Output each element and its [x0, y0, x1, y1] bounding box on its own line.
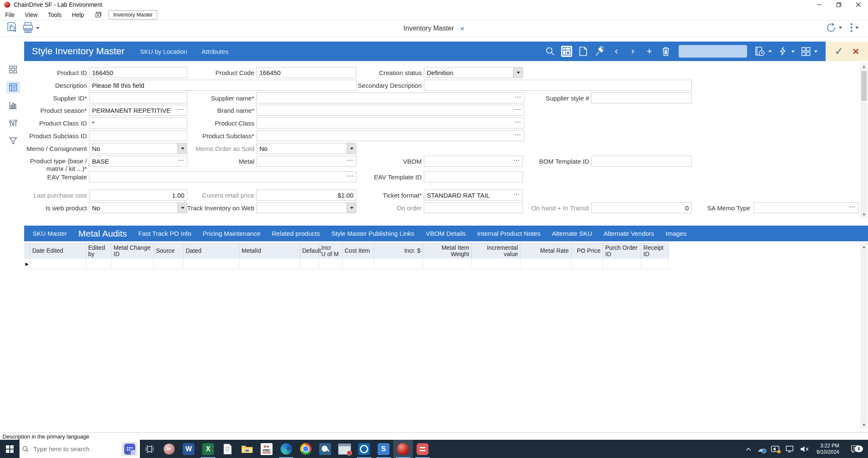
field-eav-template-id[interactable]	[424, 171, 523, 182]
nav-sku-by-location[interactable]: SKU by Location	[140, 48, 187, 55]
new-record-icon[interactable]	[578, 46, 589, 57]
field-on-hand-in-transit[interactable]	[591, 202, 692, 213]
dropdown-button[interactable]	[513, 67, 523, 78]
tray-expand-icon[interactable]	[746, 447, 751, 451]
file-explorer-icon[interactable]	[237, 440, 257, 458]
col-incr-dollar[interactable]: Incr. $	[374, 243, 423, 259]
snipping-tool-icon[interactable]: ✂	[159, 440, 179, 458]
field-creation-status[interactable]: Definition	[424, 67, 523, 78]
tab-alternate-sku[interactable]: Alternate SKU	[552, 230, 592, 237]
form-scrollbar[interactable]: ▲ ▼	[860, 63, 868, 218]
confirm-check-icon[interactable]: ✓	[835, 45, 843, 57]
taskbar-clock[interactable]: 3:22 PM 9/10/2024	[815, 443, 841, 455]
col-incr-uofm[interactable]: Incr U of M	[319, 243, 342, 259]
red-app-icon[interactable]	[413, 440, 432, 458]
delete-record-icon[interactable]	[660, 46, 671, 57]
field-product-type[interactable]: ⋯	[89, 156, 187, 167]
field-current-retail-price[interactable]	[256, 190, 356, 201]
close-document-icon[interactable]: ×	[460, 25, 465, 33]
scrollbar-thumb[interactable]	[861, 71, 867, 101]
field-secondary-description[interactable]	[424, 80, 692, 91]
col-incremental-value[interactable]: Incremental value	[472, 243, 520, 259]
outlook-icon[interactable]	[354, 440, 374, 458]
field-metal[interactable]: ⋯	[256, 156, 356, 167]
lookup-icon[interactable]: ⋯	[848, 203, 858, 212]
field-product-subclass-id[interactable]	[89, 130, 187, 141]
cancel-x-icon[interactable]: ×	[852, 46, 859, 57]
screen-capture-icon[interactable]	[335, 440, 354, 458]
actions-caret[interactable]	[791, 50, 795, 53]
field-brand-name[interactable]: ⋯	[256, 105, 524, 116]
tab-pricing-maintenance[interactable]: Pricing Maintenance	[203, 230, 260, 237]
col-metal-change-id[interactable]: Metal Change ID	[111, 243, 154, 259]
field-track-inventory-web[interactable]	[256, 202, 356, 213]
refresh-dropdown-caret[interactable]	[839, 27, 842, 29]
actions-lightning-icon[interactable]	[777, 46, 788, 57]
field-product-code[interactable]	[256, 67, 356, 78]
restore-button[interactable]	[829, 0, 849, 9]
field-memo-consignment[interactable]: No	[89, 143, 187, 154]
col-dated[interactable]: Dated	[184, 243, 239, 259]
chaindrive-icon[interactable]	[393, 440, 413, 458]
word-icon[interactable]: W	[179, 440, 198, 458]
field-ticket-format[interactable]: ⋯	[424, 190, 523, 201]
scroll-down-icon[interactable]: ▼	[860, 421, 868, 428]
col-source[interactable]: Source	[154, 243, 184, 259]
layout-grid-icon[interactable]	[800, 46, 811, 57]
dashboard-view-icon[interactable]	[561, 46, 572, 57]
onedrive-cloud-icon[interactable]: ☁	[757, 444, 765, 454]
chrome-icon[interactable]	[296, 440, 315, 458]
field-is-web-product[interactable]: No	[89, 202, 187, 213]
col-cost-item[interactable]: Cost Item	[342, 243, 374, 259]
field-sa-memo-type[interactable]: ⋯	[754, 202, 859, 213]
more-options-caret[interactable]	[855, 27, 859, 29]
previous-record-icon[interactable]: ‹	[611, 46, 622, 57]
nav-attributes[interactable]: Attributes	[202, 48, 228, 55]
pgadmin-icon[interactable]	[315, 440, 335, 458]
close-all-windows-icon[interactable]	[95, 11, 103, 18]
col-edited-by[interactable]: Edited by	[86, 243, 111, 259]
notepad-icon[interactable]	[218, 440, 237, 458]
print-preview-icon[interactable]	[6, 22, 18, 34]
scroll-up-icon[interactable]: ▲	[860, 243, 868, 250]
col-receipt-id[interactable]: Receipt ID	[641, 243, 669, 259]
display-cast-icon[interactable]	[771, 446, 779, 452]
lookup-icon[interactable]: ⋯	[512, 190, 523, 200]
field-product-subclass[interactable]: ⋯	[256, 130, 524, 141]
menu-view[interactable]: View	[20, 11, 43, 18]
grid-empty-row[interactable]: ▶	[24, 259, 669, 269]
start-button[interactable]	[0, 440, 19, 458]
field-supplier-style[interactable]	[591, 92, 692, 103]
tab-style-master-publishing-links[interactable]: Style Master Publishing Links	[331, 230, 415, 237]
field-bom-template-id[interactable]	[591, 156, 692, 167]
build-tools-icon[interactable]	[594, 46, 605, 57]
field-description[interactable]	[89, 80, 357, 91]
history-log-caret[interactable]	[768, 50, 772, 53]
tab-sku-master[interactable]: SKU Master	[33, 230, 67, 237]
close-button[interactable]	[849, 0, 868, 9]
scroll-up-icon[interactable]: ▲	[860, 63, 868, 70]
tab-fast-track-po-info[interactable]: Fast Track PO Info	[138, 230, 191, 237]
field-eav-template[interactable]: ⋯	[89, 171, 357, 182]
tab-alternate-vendors[interactable]: Alternate Vendors	[604, 230, 654, 237]
refresh-icon[interactable]	[826, 22, 837, 33]
search-icon[interactable]	[545, 46, 556, 57]
col-purch-order-id[interactable]: Purch Order ID	[603, 243, 641, 259]
col-metal-item-weight[interactable]: Metal Item Weight	[423, 243, 472, 259]
taskbar-search[interactable]	[19, 440, 140, 458]
field-product-class-id[interactable]	[89, 117, 187, 128]
snagit-icon[interactable]: S	[374, 440, 393, 458]
field-product-class[interactable]: ⋯	[256, 117, 524, 128]
menu-file[interactable]: File	[0, 11, 20, 18]
quick-search-input[interactable]	[679, 45, 747, 58]
print-icon[interactable]	[22, 22, 34, 34]
lookup-icon[interactable]: ⋯	[514, 106, 524, 115]
field-product-id[interactable]	[89, 67, 187, 78]
col-metalid[interactable]: MetalId	[239, 243, 300, 259]
tab-metal-audits[interactable]: Metal Audits	[78, 229, 127, 239]
layout-caret[interactable]	[814, 50, 818, 53]
lookup-icon[interactable]: ⋯	[514, 131, 524, 140]
menu-tools[interactable]: Tools	[43, 11, 67, 18]
volume-muted-icon[interactable]	[800, 446, 809, 452]
col-date-edited[interactable]: Date Edited	[30, 243, 86, 259]
